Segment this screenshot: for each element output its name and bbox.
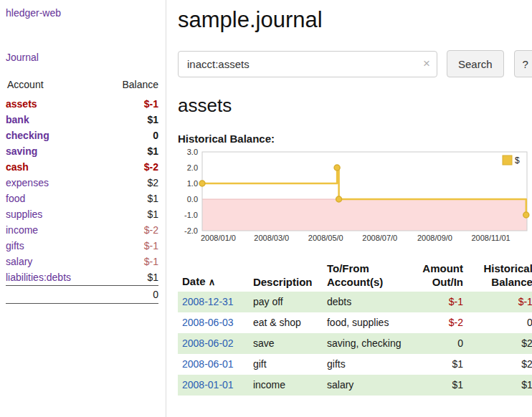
account-link-gifts[interactable]: gifts bbox=[6, 240, 24, 251]
account-heading: assets bbox=[178, 95, 532, 117]
account-link-assets[interactable]: assets bbox=[6, 98, 37, 110]
account-row: income $-2 bbox=[6, 222, 158, 238]
register-header-amount: Amount Out/In bbox=[410, 259, 467, 292]
account-row: liabilities:debts $1 bbox=[6, 269, 158, 286]
account-balance: $1 bbox=[103, 206, 158, 222]
transaction-row: 2008-12-31 pay off debts $-1 $-1 bbox=[178, 292, 532, 312]
register-header-date-label: Date bbox=[182, 275, 206, 287]
accounts-total-row: 0 bbox=[6, 286, 158, 304]
transaction-row: 2008-06-02 save saving, checking 0 $2 bbox=[178, 333, 532, 354]
search-button[interactable]: Search bbox=[447, 50, 504, 77]
svg-text:2008/07/0: 2008/07/0 bbox=[362, 234, 397, 242]
transaction-date-link[interactable]: 2008-06-03 bbox=[182, 317, 234, 328]
account-link-food[interactable]: food bbox=[6, 193, 25, 204]
svg-text:2008/11/01: 2008/11/01 bbox=[472, 234, 510, 242]
chart-svg: 3.02.01.00.0-1.0-2.02008/01/02008/03/020… bbox=[178, 148, 531, 246]
transaction-amount: $1 bbox=[410, 354, 467, 375]
accounts-header-account: Account bbox=[6, 77, 103, 96]
register-header-date[interactable]: Date ∧ bbox=[178, 259, 249, 292]
search-input[interactable] bbox=[178, 51, 437, 77]
accounts-table: Account Balance assets $-1 bank $1 check… bbox=[6, 77, 158, 304]
accounts-header-balance: Balance bbox=[103, 77, 158, 96]
transaction-date-link[interactable]: 2008-12-31 bbox=[182, 296, 234, 307]
transaction-description: save bbox=[249, 333, 323, 354]
account-row: cash $-2 bbox=[6, 159, 158, 175]
account-row: checking 0 bbox=[6, 128, 158, 143]
account-row: food $1 bbox=[6, 191, 158, 206]
transaction-amount: $-1 bbox=[410, 292, 467, 312]
accounts-total-value: 0 bbox=[103, 286, 158, 304]
account-row: assets $-1 bbox=[6, 96, 158, 112]
transaction-balance: $2 bbox=[467, 354, 532, 375]
account-balance: $-2 bbox=[103, 222, 158, 238]
sort-ascending-icon: ∧ bbox=[209, 277, 216, 287]
svg-text:$: $ bbox=[515, 155, 520, 166]
account-row: gifts $-1 bbox=[6, 238, 158, 254]
transaction-row: 2008-06-01 gift gifts $1 $2 bbox=[178, 354, 532, 375]
main-content: sample.journal × Search ? assets Histori… bbox=[166, 0, 532, 417]
transaction-description: gift bbox=[249, 354, 323, 375]
transaction-row: 2008-01-01 income salary $1 $1 bbox=[178, 375, 532, 396]
svg-text:-1.0: -1.0 bbox=[184, 211, 198, 219]
account-link-income[interactable]: income bbox=[6, 224, 38, 236]
svg-text:2008/09/0: 2008/09/0 bbox=[417, 234, 452, 242]
account-balance: $-1 bbox=[103, 96, 158, 112]
transaction-amount: $1 bbox=[410, 375, 467, 396]
transaction-date-link[interactable]: 2008-06-01 bbox=[182, 358, 234, 370]
transaction-description: income bbox=[249, 375, 323, 396]
historical-balance-chart: 3.02.01.00.0-1.0-2.02008/01/02008/03/020… bbox=[178, 148, 532, 249]
account-link-bank[interactable]: bank bbox=[6, 114, 29, 125]
account-balance: $1 bbox=[103, 191, 158, 206]
help-button[interactable]: ? bbox=[514, 50, 532, 77]
svg-text:-2.0: -2.0 bbox=[184, 226, 198, 235]
account-row: bank $1 bbox=[6, 112, 158, 128]
account-link-expenses[interactable]: expenses bbox=[6, 177, 49, 188]
register-header-description: Description bbox=[249, 259, 323, 292]
clear-search-icon[interactable]: × bbox=[423, 57, 430, 71]
register-header-accounts: To/From Account(s) bbox=[323, 259, 410, 292]
transaction-balance: 0 bbox=[467, 312, 532, 333]
transaction-description: eat & shop bbox=[249, 312, 323, 333]
transaction-amount: $-2 bbox=[410, 312, 467, 333]
transaction-balance: $1 bbox=[467, 375, 532, 396]
transaction-balance: $-1 bbox=[467, 292, 532, 312]
transaction-accounts: debts bbox=[323, 292, 410, 312]
account-balance: 0 bbox=[103, 128, 158, 143]
svg-text:2008/01/0: 2008/01/0 bbox=[201, 234, 236, 242]
register-table: Date ∧ Description To/From Account(s) Am… bbox=[178, 259, 532, 396]
svg-text:0.0: 0.0 bbox=[187, 195, 198, 203]
account-balance: $1 bbox=[103, 112, 158, 128]
nav-journal-link[interactable]: Journal bbox=[6, 52, 39, 63]
transaction-row: 2008-06-03 eat & shop food, supplies $-2… bbox=[178, 312, 532, 333]
account-balance: $-2 bbox=[103, 159, 158, 175]
transaction-accounts: food, supplies bbox=[323, 312, 410, 333]
app-title-link[interactable]: hledger-web bbox=[6, 7, 61, 19]
search-form: × Search ? bbox=[178, 50, 532, 77]
svg-text:3.0: 3.0 bbox=[187, 148, 198, 156]
transaction-accounts: saving, checking bbox=[323, 333, 410, 354]
account-balance: $-1 bbox=[103, 254, 158, 269]
account-link-salary[interactable]: salary bbox=[6, 256, 32, 267]
account-link-cash[interactable]: cash bbox=[6, 161, 29, 173]
account-link-liabilities-debts[interactable]: liabilities:debts bbox=[6, 272, 71, 283]
transaction-accounts: gifts bbox=[323, 354, 410, 375]
chart-title: Historical Balance: bbox=[178, 133, 532, 145]
account-balance: $2 bbox=[103, 175, 158, 191]
transaction-accounts: salary bbox=[323, 375, 410, 396]
transaction-date-link[interactable]: 2008-01-01 bbox=[182, 379, 234, 390]
account-link-supplies[interactable]: supplies bbox=[6, 208, 42, 220]
transaction-date-link[interactable]: 2008-06-02 bbox=[182, 337, 234, 349]
transaction-balance: $2 bbox=[467, 333, 532, 354]
account-link-checking[interactable]: checking bbox=[6, 130, 49, 141]
sidebar: hledger-web Journal Account Balance asse… bbox=[0, 0, 166, 417]
svg-text:1.0: 1.0 bbox=[187, 179, 198, 188]
transaction-description: pay off bbox=[249, 292, 323, 312]
account-row: expenses $2 bbox=[6, 175, 158, 191]
svg-text:2008/03/0: 2008/03/0 bbox=[254, 234, 289, 242]
account-row: saving $1 bbox=[6, 143, 158, 159]
account-link-saving[interactable]: saving bbox=[6, 145, 37, 157]
page-title: sample.journal bbox=[178, 7, 532, 33]
app-window: hledger-web Journal Account Balance asse… bbox=[0, 0, 532, 417]
account-row: supplies $1 bbox=[6, 206, 158, 222]
register-header-balance: Historical Balance bbox=[467, 259, 532, 292]
